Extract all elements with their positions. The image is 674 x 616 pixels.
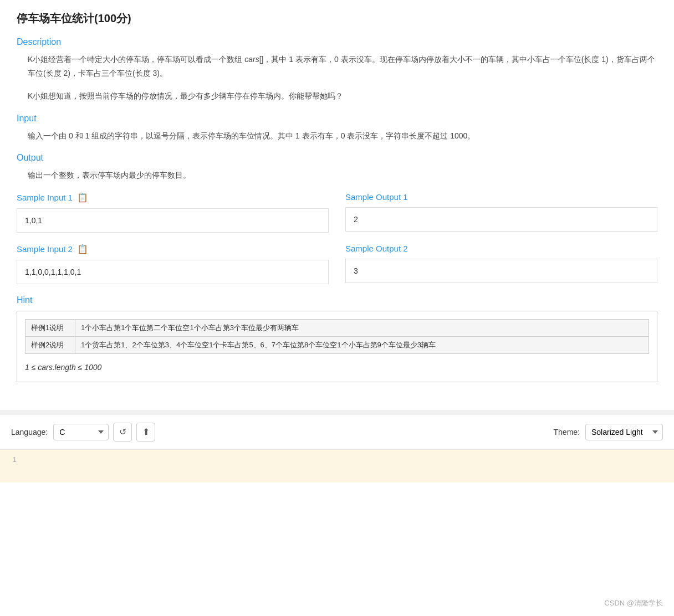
sample-1-input-header: Sample Input 1 📋 — [17, 192, 329, 203]
theme-select[interactable]: Solarized Light Default Dark — [585, 424, 663, 440]
sample-1-input-value: 1,0,1 — [25, 216, 42, 225]
divider — [0, 410, 674, 414]
page-title: 停车场车位统计(100分) — [17, 11, 657, 26]
sample-2-output-value: 3 — [354, 266, 358, 275]
hint-box: 样例1说明 1个小车占第1个车位第二个车位空1个小车占第3个车位最少有两辆车 样… — [17, 311, 657, 382]
hint-section: Hint 样例1说明 1个小车占第1个车位第二个车位空1个小车占第3个车位最少有… — [17, 295, 657, 382]
sample-1-output-header: Sample Output 1 — [345, 192, 657, 202]
hint-row-2: 样例2说明 1个货车占第1、2个车位第3、4个车位空1个卡车占第5、6、7个车位… — [25, 336, 649, 353]
sample-1-output-value: 2 — [354, 215, 358, 224]
upload-button[interactable]: ⬆ — [136, 423, 155, 442]
input-title: Input — [17, 114, 657, 124]
copy-icon-2[interactable]: 📋 — [77, 244, 88, 254]
copy-icon-1[interactable]: 📋 — [77, 192, 88, 203]
sample-2-input-value: 1,1,0,0,1,1,1,0,1 — [25, 268, 81, 276]
output-text: 输出一个整数，表示停车场内最少的停车数目。 — [17, 168, 657, 182]
language-label: Language: — [11, 428, 48, 437]
description-para-1: K小姐经营着一个特定大小的停车场，停车场可以看成一个数组 cars[]，其中 1… — [17, 53, 657, 80]
sample-2-output-box: 3 — [345, 259, 657, 283]
sample-2-output-header: Sample Output 2 — [345, 244, 657, 253]
input-section: Input 输入一个由 0 和 1 组成的字符串，以逗号分隔，表示停车场的车位情… — [17, 114, 657, 143]
hint-title: Hint — [17, 295, 657, 305]
refresh-button[interactable]: ↺ — [113, 423, 132, 442]
sample-2-input-box: 1,1,0,0,1,1,1,0,1 — [17, 260, 329, 284]
sample-2-input-label: Sample Input 2 — [17, 244, 73, 254]
output-title: Output — [17, 153, 657, 163]
sample-2-output-label: Sample Output 2 — [345, 244, 408, 253]
sample-1-input-label: Sample Input 1 — [17, 193, 73, 202]
theme-label: Theme: — [554, 428, 580, 437]
sample-1-output-col: Sample Output 1 2 — [345, 192, 657, 233]
sample-1-output-label: Sample Output 1 — [345, 192, 408, 202]
description-section: Description K小姐经营着一个特定大小的停车场，停车场可以看成一个数组… — [17, 37, 657, 104]
input-text: 输入一个由 0 和 1 组成的字符串，以逗号分隔，表示停车场的车位情况。其中 1… — [17, 129, 657, 143]
sample-1-input-col: Sample Input 1 📋 1,0,1 — [17, 192, 329, 233]
hint-row-2-label: 样例2说明 — [25, 336, 75, 353]
upload-icon: ⬆ — [142, 427, 150, 437]
output-section: Output 输出一个整数，表示停车场内最少的停车数目。 — [17, 153, 657, 182]
editor-area: 1 — [0, 449, 674, 482]
description-title: Description — [17, 37, 657, 47]
sample-2-row: Sample Input 2 📋 1,1,0,0,1,1,1,0,1 Sampl… — [17, 244, 657, 284]
hint-row-1-content: 1个小车占第1个车位第二个车位空1个小车占第3个车位最少有两辆车 — [75, 319, 649, 336]
sample-1-row: Sample Input 1 📋 1,0,1 Sample Output 1 2 — [17, 192, 657, 233]
hint-table: 样例1说明 1个小车占第1个车位第二个车位空1个小车占第3个车位最少有两辆车 样… — [25, 319, 649, 354]
editor-content[interactable] — [22, 454, 668, 478]
sample-2-input-col: Sample Input 2 📋 1,1,0,0,1,1,1,0,1 — [17, 244, 329, 284]
line-number-1: 1 — [6, 454, 17, 478]
sample-2-input-header: Sample Input 2 📋 — [17, 244, 329, 254]
hint-row-1-label: 样例1说明 — [25, 319, 75, 336]
description-para-2: K小姐想知道，按照当前停车场的停放情况，最少有多少辆车停在停车场内。你能帮帮她吗… — [17, 89, 657, 103]
theme-area: Theme: Solarized Light Default Dark — [554, 424, 663, 440]
bottom-bar: Language: C C++ Java Python ↺ ⬆ Theme: S… — [0, 414, 674, 449]
sample-1-input-box: 1,0,1 — [17, 208, 329, 233]
hint-formula: 1 ≤ cars.length ≤ 1000 — [25, 361, 649, 374]
refresh-icon: ↺ — [119, 427, 126, 437]
sample-2-output-col: Sample Output 2 3 — [345, 244, 657, 284]
hint-row-2-content: 1个货车占第1、2个车位第3、4个车位空1个卡车占第5、6、7个车位第8个车位空… — [75, 336, 649, 353]
language-select[interactable]: C C++ Java Python — [53, 424, 109, 440]
sample-1-output-box: 2 — [345, 207, 657, 232]
hint-row-1: 样例1说明 1个小车占第1个车位第二个车位空1个小车占第3个车位最少有两辆车 — [25, 319, 649, 336]
